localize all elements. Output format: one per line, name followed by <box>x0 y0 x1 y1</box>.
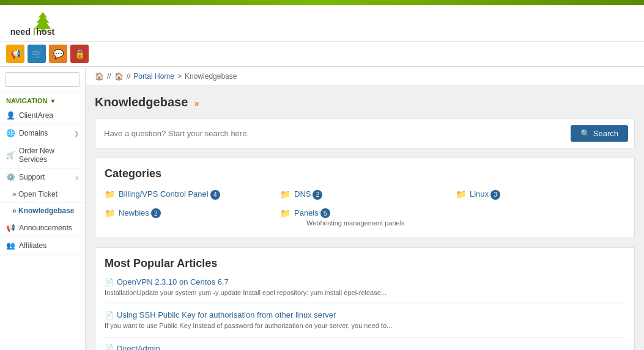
category-link-newbies[interactable]: Newbies <box>119 208 149 217</box>
sidebar-item-affiliates[interactable]: 👥 Affiliates <box>0 237 85 255</box>
list-item: 📁 DNS2 <box>280 188 450 202</box>
breadcrumb-home-icon[interactable]: 🏠 <box>95 72 104 81</box>
layout: NAVIGATION ▼ 👤 ClientArea 🌐 Domains ❯ 🛒 … <box>0 67 644 350</box>
search-box: 🔍 Search <box>95 118 635 148</box>
svg-text:need: need <box>10 27 31 35</box>
lock-icon-btn[interactable]: 🔒 <box>70 45 89 63</box>
announcements-icon-btn[interactable]: 📢 <box>6 45 24 63</box>
category-link-linux[interactable]: Linux <box>470 189 489 199</box>
chat-icon-btn[interactable]: 💬 <box>49 45 67 63</box>
table-row: 📄 Using SSH Public Key for authorisation… <box>105 310 625 337</box>
domains-icon: 🌐 <box>6 129 15 137</box>
doc-icon: 📄 <box>105 344 114 350</box>
popular-articles-section: Most Popular Articles 📄 OpenVPN 2.3.10 o… <box>95 247 635 350</box>
empty-cell <box>456 206 625 229</box>
badge-dns: 2 <box>313 190 322 200</box>
folder-icon: 📁 <box>105 208 115 218</box>
folder-icon: 📁 <box>280 189 291 199</box>
cart-icon-btn[interactable]: 🛒 <box>28 45 46 63</box>
doc-icon: 📄 <box>105 278 114 286</box>
badge-newbies: 2 <box>151 208 161 218</box>
search-magnifier-icon: 🔍 <box>580 129 590 138</box>
domains-chevron: ❯ <box>74 130 79 137</box>
folder-icon: 📁 <box>280 208 291 218</box>
article-excerpt: If you want to use Public Key Instead of… <box>105 321 625 330</box>
popular-articles-title: Most Popular Articles <box>105 257 625 270</box>
sidebar-item-support[interactable]: ⚙️ Support ∨ <box>0 169 85 186</box>
breadcrumb-portal-icon: 🏠 <box>114 72 124 81</box>
page-title: Knowledgebase » <box>95 95 635 109</box>
category-link-dns[interactable]: DNS <box>294 189 311 199</box>
list-item: 📁 Linux3 <box>456 188 625 202</box>
panels-subtext: Webhosting management panels <box>294 219 405 227</box>
categories-grid: 📁 Billing/VPS Control Panel4 📁 DNS2 <box>105 188 625 228</box>
badge-billing: 4 <box>210 190 220 200</box>
content-area: Knowledgebase » 🔍 Search Categories 📁 <box>86 86 644 350</box>
header: need | host <box>0 5 644 42</box>
sidebar-item-clientarea[interactable]: 👤 ClientArea <box>0 107 85 125</box>
main-content: 🏠 // 🏠 // Portal Home > Knowledgebase Kn… <box>86 67 644 350</box>
sidebar-item-order-new-services[interactable]: 🛒 Order New Services <box>0 142 85 169</box>
breadcrumb-sep3: > <box>177 72 182 81</box>
category-link-billing[interactable]: Billing/VPS Control Panel <box>119 189 209 199</box>
announcements-nav-icon: 📢 <box>6 224 15 232</box>
breadcrumb-sep1: // <box>107 72 111 81</box>
list-item: 📁 Newbies2 <box>105 206 274 229</box>
badge-linux: 3 <box>490 190 500 200</box>
rss-icon: » <box>194 98 199 108</box>
categories-title: Categories <box>105 167 625 180</box>
doc-icon: 📄 <box>105 311 114 319</box>
article-link-directadmin[interactable]: 📄 DirectAdmin <box>105 344 625 350</box>
folder-icon: 📁 <box>456 189 466 199</box>
list-item: 📁 Billing/VPS Control Panel4 <box>105 188 274 202</box>
sidebar-item-domains[interactable]: 🌐 Domains ❯ <box>0 125 85 142</box>
sidebar-search-input[interactable] <box>5 72 80 87</box>
top-bar <box>0 0 644 5</box>
sidebar-item-open-ticket[interactable]: » Open Ticket <box>0 186 85 203</box>
sidebar: NAVIGATION ▼ 👤 ClientArea 🌐 Domains ❯ 🛒 … <box>0 67 86 350</box>
table-row: 📄 OpenVPN 2.3.10 on Centos 6.7 Installat… <box>105 277 625 304</box>
kb-search-input[interactable] <box>102 125 571 142</box>
support-chevron: ∨ <box>75 174 79 181</box>
clientarea-icon: 👤 <box>6 111 15 120</box>
breadcrumb-portal-home[interactable]: Portal Home <box>133 72 174 81</box>
table-row: 📄 DirectAdmin Adding Domains For adding … <box>105 344 625 350</box>
breadcrumb-current: Knowledgebase <box>185 72 237 81</box>
affiliates-icon: 👥 <box>6 241 15 250</box>
sidebar-item-announcements[interactable]: 📢 Announcements <box>0 219 85 237</box>
sidebar-item-knowledgebase[interactable]: » Knowledgebase <box>0 203 85 219</box>
sidebar-search-container <box>0 67 85 92</box>
list-item: 📁 Panels5 Webhosting management panels <box>280 206 450 229</box>
logo[interactable]: need | host <box>6 9 80 37</box>
categories-section: Categories 📁 Billing/VPS Control Panel4 … <box>95 158 635 238</box>
badge-panels: 5 <box>320 208 330 218</box>
svg-marker-0 <box>35 12 51 29</box>
nav-heading-arrow: ▼ <box>50 98 56 104</box>
nav-icons-bar: 📢 🛒 💬 🔒 <box>0 42 644 67</box>
category-link-panels[interactable]: Panels <box>294 208 319 217</box>
search-button[interactable]: 🔍 Search <box>571 125 628 142</box>
article-excerpt: InstallationUpdate your system yum -y up… <box>105 288 625 297</box>
folder-icon: 📁 <box>105 189 115 199</box>
support-icon: ⚙️ <box>6 173 15 181</box>
breadcrumb-sep2: // <box>127 72 131 81</box>
svg-text:host: host <box>36 27 54 35</box>
breadcrumb: 🏠 // 🏠 // Portal Home > Knowledgebase <box>86 67 644 86</box>
article-link-ssh[interactable]: 📄 Using SSH Public Key for authorisation… <box>105 310 625 319</box>
svg-text:|: | <box>33 27 35 35</box>
nav-heading: NAVIGATION ▼ <box>0 92 85 107</box>
article-link-openvpn[interactable]: 📄 OpenVPN 2.3.10 on Centos 6.7 <box>105 277 625 286</box>
order-icon: 🛒 <box>6 151 15 159</box>
